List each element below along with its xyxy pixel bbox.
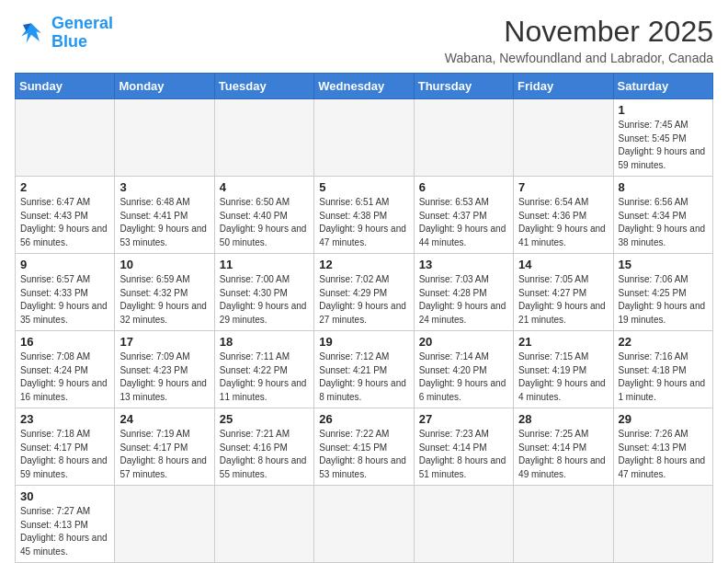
- calendar-week-row: 16Sunrise: 7:08 AM Sunset: 4:24 PM Dayli…: [16, 331, 713, 408]
- day-number: 8: [619, 180, 708, 194]
- calendar-cell: 13Sunrise: 7:03 AM Sunset: 4:28 PM Dayli…: [414, 254, 513, 331]
- day-info: Sunrise: 6:57 AM Sunset: 4:33 PM Dayligh…: [20, 273, 109, 327]
- day-info: Sunrise: 6:54 AM Sunset: 4:36 PM Dayligh…: [518, 196, 608, 249]
- day-info: Sunrise: 7:21 AM Sunset: 4:16 PM Dayligh…: [220, 428, 309, 481]
- day-info: Sunrise: 6:56 AM Sunset: 4:34 PM Dayligh…: [619, 196, 708, 249]
- day-info: Sunrise: 7:22 AM Sunset: 4:15 PM Dayligh…: [319, 428, 408, 481]
- calendar-cell: [514, 99, 613, 177]
- day-info: Sunrise: 7:06 AM Sunset: 4:25 PM Dayligh…: [619, 273, 708, 327]
- day-info: Sunrise: 6:59 AM Sunset: 4:32 PM Dayligh…: [119, 273, 209, 327]
- weekday-header: Sunday: [16, 74, 115, 99]
- calendar-cell: 15Sunrise: 7:06 AM Sunset: 4:25 PM Dayli…: [613, 254, 712, 331]
- calendar-cell: [613, 486, 712, 563]
- calendar-cell: 26Sunrise: 7:22 AM Sunset: 4:15 PM Dayli…: [314, 408, 414, 486]
- calendar-cell: 24Sunrise: 7:19 AM Sunset: 4:17 PM Dayli…: [115, 408, 214, 486]
- day-info: Sunrise: 6:51 AM Sunset: 4:38 PM Dayligh…: [319, 196, 408, 249]
- calendar-cell: 25Sunrise: 7:21 AM Sunset: 4:16 PM Dayli…: [214, 408, 313, 486]
- weekday-header: Wednesday: [314, 74, 414, 99]
- day-info: Sunrise: 6:53 AM Sunset: 4:37 PM Dayligh…: [419, 196, 508, 249]
- calendar-cell: 29Sunrise: 7:26 AM Sunset: 4:13 PM Dayli…: [613, 408, 712, 486]
- day-number: 28: [518, 412, 608, 426]
- day-number: 24: [119, 412, 209, 426]
- calendar-cell: 7Sunrise: 6:54 AM Sunset: 4:36 PM Daylig…: [514, 177, 613, 254]
- day-info: Sunrise: 7:18 AM Sunset: 4:17 PM Dayligh…: [20, 428, 109, 481]
- calendar-week-row: 23Sunrise: 7:18 AM Sunset: 4:17 PM Dayli…: [16, 408, 713, 486]
- calendar-cell: 8Sunrise: 6:56 AM Sunset: 4:34 PM Daylig…: [613, 177, 712, 254]
- day-info: Sunrise: 7:19 AM Sunset: 4:17 PM Dayligh…: [119, 428, 209, 481]
- calendar-cell: 28Sunrise: 7:25 AM Sunset: 4:14 PM Dayli…: [514, 408, 613, 486]
- calendar-cell: 12Sunrise: 7:02 AM Sunset: 4:29 PM Dayli…: [314, 254, 414, 331]
- day-info: Sunrise: 7:09 AM Sunset: 4:23 PM Dayligh…: [119, 350, 209, 404]
- calendar-cell: 4Sunrise: 6:50 AM Sunset: 4:40 PM Daylig…: [214, 177, 313, 254]
- calendar-cell: 20Sunrise: 7:14 AM Sunset: 4:20 PM Dayli…: [414, 331, 513, 408]
- calendar-cell: 18Sunrise: 7:11 AM Sunset: 4:22 PM Dayli…: [214, 331, 313, 408]
- calendar-cell: 23Sunrise: 7:18 AM Sunset: 4:17 PM Dayli…: [16, 408, 115, 486]
- title-area: November 2025 Wabana, Newfoundland and L…: [445, 15, 713, 65]
- calendar-cell: 5Sunrise: 6:51 AM Sunset: 4:38 PM Daylig…: [314, 177, 414, 254]
- header: General Blue November 2025 Wabana, Newfo…: [15, 15, 713, 65]
- calendar-week-row: 2Sunrise: 6:47 AM Sunset: 4:43 PM Daylig…: [16, 177, 713, 254]
- month-title: November 2025: [445, 15, 713, 49]
- calendar-cell: 10Sunrise: 6:59 AM Sunset: 4:32 PM Dayli…: [115, 254, 214, 331]
- weekday-header: Friday: [514, 74, 613, 99]
- day-info: Sunrise: 7:15 AM Sunset: 4:19 PM Dayligh…: [518, 350, 608, 404]
- day-info: Sunrise: 7:03 AM Sunset: 4:28 PM Dayligh…: [419, 273, 508, 327]
- day-number: 15: [619, 258, 708, 271]
- day-info: Sunrise: 7:27 AM Sunset: 4:13 PM Dayligh…: [20, 505, 109, 558]
- calendar-week-row: 1Sunrise: 7:45 AM Sunset: 5:45 PM Daylig…: [16, 99, 713, 177]
- calendar-cell: [214, 99, 313, 177]
- calendar-cell: [414, 486, 513, 563]
- weekday-header: Thursday: [414, 74, 513, 99]
- day-number: 13: [419, 258, 508, 271]
- day-number: 4: [220, 180, 309, 194]
- calendar-cell: 3Sunrise: 6:48 AM Sunset: 4:41 PM Daylig…: [115, 177, 214, 254]
- calendar-cell: [314, 486, 414, 563]
- calendar-cell: [514, 486, 613, 563]
- calendar-week-row: 9Sunrise: 6:57 AM Sunset: 4:33 PM Daylig…: [16, 254, 713, 331]
- calendar-cell: [414, 99, 513, 177]
- day-info: Sunrise: 6:50 AM Sunset: 4:40 PM Dayligh…: [220, 196, 309, 249]
- day-number: 10: [119, 258, 209, 271]
- calendar-cell: [115, 486, 214, 563]
- calendar-cell: 19Sunrise: 7:12 AM Sunset: 4:21 PM Dayli…: [314, 331, 414, 408]
- day-number: 5: [319, 180, 408, 194]
- calendar-cell: [115, 99, 214, 177]
- calendar-cell: 27Sunrise: 7:23 AM Sunset: 4:14 PM Dayli…: [414, 408, 513, 486]
- weekday-header: Tuesday: [214, 74, 313, 99]
- calendar-cell: 2Sunrise: 6:47 AM Sunset: 4:43 PM Daylig…: [16, 177, 115, 254]
- day-number: 19: [319, 335, 408, 349]
- day-number: 30: [20, 489, 109, 503]
- calendar-cell: 16Sunrise: 7:08 AM Sunset: 4:24 PM Dayli…: [16, 331, 115, 408]
- day-number: 25: [220, 412, 309, 426]
- day-info: Sunrise: 7:16 AM Sunset: 4:18 PM Dayligh…: [619, 350, 708, 404]
- day-number: 21: [518, 335, 608, 349]
- day-info: Sunrise: 7:12 AM Sunset: 4:21 PM Dayligh…: [319, 350, 408, 404]
- day-number: 3: [119, 180, 209, 194]
- calendar-cell: [314, 99, 414, 177]
- day-info: Sunrise: 7:00 AM Sunset: 4:30 PM Dayligh…: [220, 273, 309, 327]
- day-number: 14: [518, 258, 608, 271]
- logo-icon: [15, 17, 48, 50]
- day-number: 20: [419, 335, 508, 349]
- day-number: 11: [220, 258, 309, 271]
- calendar-cell: 17Sunrise: 7:09 AM Sunset: 4:23 PM Dayli…: [115, 331, 214, 408]
- day-number: 18: [220, 335, 309, 349]
- day-info: Sunrise: 7:25 AM Sunset: 4:14 PM Dayligh…: [518, 428, 608, 481]
- day-number: 22: [619, 335, 708, 349]
- calendar-cell: [16, 99, 115, 177]
- day-number: 9: [20, 258, 109, 271]
- calendar-cell: 9Sunrise: 6:57 AM Sunset: 4:33 PM Daylig…: [16, 254, 115, 331]
- calendar-cell: 1Sunrise: 7:45 AM Sunset: 5:45 PM Daylig…: [613, 99, 712, 177]
- day-number: 12: [319, 258, 408, 271]
- day-number: 1: [619, 103, 708, 117]
- day-number: 2: [20, 180, 109, 194]
- weekday-header: Monday: [115, 74, 214, 99]
- subtitle: Wabana, Newfoundland and Labrador, Canad…: [445, 51, 713, 65]
- day-number: 16: [20, 335, 109, 349]
- day-number: 6: [419, 180, 508, 194]
- day-number: 27: [419, 412, 508, 426]
- weekday-header-row: SundayMondayTuesdayWednesdayThursdayFrid…: [16, 74, 713, 99]
- day-number: 23: [20, 412, 109, 426]
- day-info: Sunrise: 7:23 AM Sunset: 4:14 PM Dayligh…: [419, 428, 508, 481]
- calendar: SundayMondayTuesdayWednesdayThursdayFrid…: [15, 73, 713, 563]
